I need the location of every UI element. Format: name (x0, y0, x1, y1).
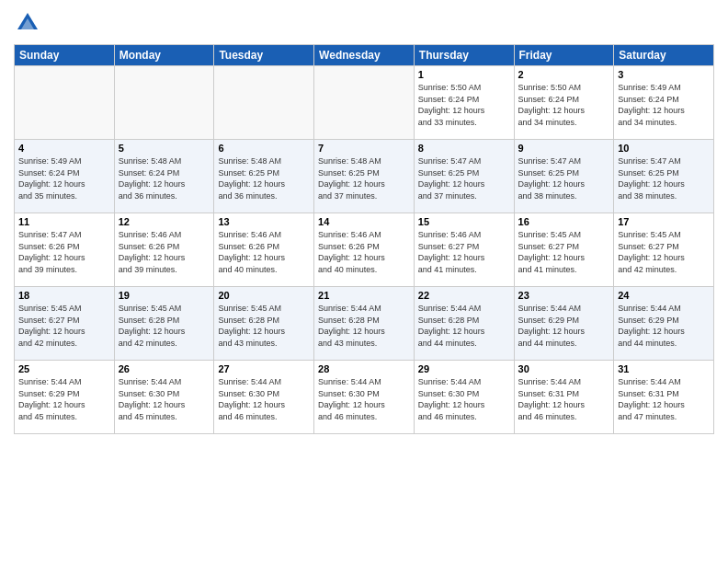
calendar-header-friday: Friday (514, 45, 614, 66)
calendar-week-3: 11Sunrise: 5:47 AM Sunset: 6:26 PM Dayli… (15, 213, 714, 287)
day-number: 7 (318, 143, 410, 154)
day-number: 2 (518, 69, 610, 80)
day-number: 9 (518, 143, 610, 154)
calendar-cell: 14Sunrise: 5:46 AM Sunset: 6:26 PM Dayli… (314, 213, 415, 287)
day-info: Sunrise: 5:47 AM Sunset: 6:26 PM Dayligh… (18, 229, 110, 275)
day-number: 26 (119, 363, 210, 374)
day-number: 24 (618, 290, 710, 301)
day-number: 25 (18, 363, 110, 374)
day-number: 15 (418, 216, 510, 227)
day-number: 6 (218, 143, 310, 154)
day-number: 18 (18, 290, 110, 301)
calendar-cell: 22Sunrise: 5:44 AM Sunset: 6:28 PM Dayli… (414, 287, 514, 361)
day-info: Sunrise: 5:48 AM Sunset: 6:24 PM Dayligh… (119, 155, 210, 201)
day-info: Sunrise: 5:47 AM Sunset: 6:25 PM Dayligh… (418, 155, 510, 201)
calendar-cell: 31Sunrise: 5:44 AM Sunset: 6:31 PM Dayli… (614, 361, 714, 434)
day-info: Sunrise: 5:45 AM Sunset: 6:28 PM Dayligh… (119, 303, 210, 349)
calendar-cell: 11Sunrise: 5:47 AM Sunset: 6:26 PM Dayli… (15, 213, 115, 287)
day-number: 19 (119, 290, 210, 301)
calendar-cell: 7Sunrise: 5:48 AM Sunset: 6:25 PM Daylig… (314, 140, 415, 213)
day-info: Sunrise: 5:49 AM Sunset: 6:24 PM Dayligh… (618, 82, 710, 128)
logo-icon (14, 9, 41, 37)
calendar-cell (15, 66, 115, 140)
day-info: Sunrise: 5:44 AM Sunset: 6:31 PM Dayligh… (618, 376, 710, 422)
calendar-cell: 5Sunrise: 5:48 AM Sunset: 6:24 PM Daylig… (114, 140, 214, 213)
calendar-header-saturday: Saturday (614, 45, 714, 66)
day-info: Sunrise: 5:47 AM Sunset: 6:25 PM Dayligh… (518, 155, 610, 201)
day-number: 3 (618, 69, 710, 80)
calendar-header-row: SundayMondayTuesdayWednesdayThursdayFrid… (15, 45, 714, 66)
day-number: 14 (318, 216, 410, 227)
day-info: Sunrise: 5:46 AM Sunset: 6:26 PM Dayligh… (119, 229, 210, 275)
day-info: Sunrise: 5:44 AM Sunset: 6:28 PM Dayligh… (318, 303, 410, 349)
calendar-cell: 19Sunrise: 5:45 AM Sunset: 6:28 PM Dayli… (114, 287, 214, 361)
calendar-cell: 17Sunrise: 5:45 AM Sunset: 6:27 PM Dayli… (614, 213, 714, 287)
day-number: 4 (18, 143, 110, 154)
day-info: Sunrise: 5:45 AM Sunset: 6:28 PM Dayligh… (218, 303, 310, 349)
calendar-cell: 6Sunrise: 5:48 AM Sunset: 6:25 PM Daylig… (214, 140, 314, 213)
day-number: 11 (18, 216, 110, 227)
day-info: Sunrise: 5:49 AM Sunset: 6:24 PM Dayligh… (18, 155, 110, 201)
day-number: 17 (618, 216, 710, 227)
day-number: 23 (518, 290, 610, 301)
day-info: Sunrise: 5:45 AM Sunset: 6:27 PM Dayligh… (518, 229, 610, 275)
calendar-cell: 12Sunrise: 5:46 AM Sunset: 6:26 PM Dayli… (114, 213, 214, 287)
day-number: 8 (418, 143, 510, 154)
calendar-cell: 10Sunrise: 5:47 AM Sunset: 6:25 PM Dayli… (614, 140, 714, 213)
calendar-cell: 30Sunrise: 5:44 AM Sunset: 6:31 PM Dayli… (514, 361, 614, 434)
day-number: 30 (518, 363, 610, 374)
day-info: Sunrise: 5:44 AM Sunset: 6:31 PM Dayligh… (518, 376, 610, 422)
day-number: 1 (418, 69, 510, 80)
calendar-cell: 18Sunrise: 5:45 AM Sunset: 6:27 PM Dayli… (15, 287, 115, 361)
day-info: Sunrise: 5:44 AM Sunset: 6:29 PM Dayligh… (518, 303, 610, 349)
calendar-cell: 8Sunrise: 5:47 AM Sunset: 6:25 PM Daylig… (414, 140, 514, 213)
calendar-header-wednesday: Wednesday (314, 45, 415, 66)
day-number: 29 (418, 363, 510, 374)
calendar-cell: 9Sunrise: 5:47 AM Sunset: 6:25 PM Daylig… (514, 140, 614, 213)
calendar-cell: 13Sunrise: 5:46 AM Sunset: 6:26 PM Dayli… (214, 213, 314, 287)
day-info: Sunrise: 5:46 AM Sunset: 6:26 PM Dayligh… (318, 229, 410, 275)
day-info: Sunrise: 5:44 AM Sunset: 6:30 PM Dayligh… (418, 376, 510, 422)
calendar-cell: 4Sunrise: 5:49 AM Sunset: 6:24 PM Daylig… (15, 140, 115, 213)
calendar-cell (214, 66, 314, 140)
day-info: Sunrise: 5:48 AM Sunset: 6:25 PM Dayligh… (318, 155, 410, 201)
day-info: Sunrise: 5:45 AM Sunset: 6:27 PM Dayligh… (18, 303, 110, 349)
calendar-cell: 15Sunrise: 5:46 AM Sunset: 6:27 PM Dayli… (414, 213, 514, 287)
calendar-header-tuesday: Tuesday (214, 45, 314, 66)
calendar-header-thursday: Thursday (414, 45, 514, 66)
calendar-cell: 27Sunrise: 5:44 AM Sunset: 6:30 PM Dayli… (214, 361, 314, 434)
day-number: 28 (318, 363, 410, 374)
calendar-week-5: 25Sunrise: 5:44 AM Sunset: 6:29 PM Dayli… (15, 361, 714, 434)
day-number: 16 (518, 216, 610, 227)
day-number: 13 (218, 216, 310, 227)
day-info: Sunrise: 5:44 AM Sunset: 6:28 PM Dayligh… (418, 303, 510, 349)
day-number: 12 (119, 216, 210, 227)
calendar-cell: 28Sunrise: 5:44 AM Sunset: 6:30 PM Dayli… (314, 361, 415, 434)
logo (14, 9, 45, 37)
page: SundayMondayTuesdayWednesdayThursdayFrid… (0, 0, 728, 563)
calendar-week-4: 18Sunrise: 5:45 AM Sunset: 6:27 PM Dayli… (15, 287, 714, 361)
calendar-cell: 23Sunrise: 5:44 AM Sunset: 6:29 PM Dayli… (514, 287, 614, 361)
day-number: 10 (618, 143, 710, 154)
day-number: 22 (418, 290, 510, 301)
calendar-cell: 20Sunrise: 5:45 AM Sunset: 6:28 PM Dayli… (214, 287, 314, 361)
day-number: 27 (218, 363, 310, 374)
calendar: SundayMondayTuesdayWednesdayThursdayFrid… (14, 44, 714, 434)
header (14, 9, 714, 37)
calendar-week-2: 4Sunrise: 5:49 AM Sunset: 6:24 PM Daylig… (15, 140, 714, 213)
calendar-cell: 25Sunrise: 5:44 AM Sunset: 6:29 PM Dayli… (15, 361, 115, 434)
day-info: Sunrise: 5:44 AM Sunset: 6:30 PM Dayligh… (318, 376, 410, 422)
calendar-header-sunday: Sunday (15, 45, 115, 66)
calendar-cell (314, 66, 415, 140)
day-info: Sunrise: 5:50 AM Sunset: 6:24 PM Dayligh… (418, 82, 510, 128)
day-number: 31 (618, 363, 710, 374)
day-number: 20 (218, 290, 310, 301)
calendar-week-1: 1Sunrise: 5:50 AM Sunset: 6:24 PM Daylig… (15, 66, 714, 140)
calendar-cell: 29Sunrise: 5:44 AM Sunset: 6:30 PM Dayli… (414, 361, 514, 434)
day-info: Sunrise: 5:44 AM Sunset: 6:30 PM Dayligh… (218, 376, 310, 422)
calendar-cell: 16Sunrise: 5:45 AM Sunset: 6:27 PM Dayli… (514, 213, 614, 287)
calendar-cell: 3Sunrise: 5:49 AM Sunset: 6:24 PM Daylig… (614, 66, 714, 140)
calendar-cell: 21Sunrise: 5:44 AM Sunset: 6:28 PM Dayli… (314, 287, 415, 361)
calendar-cell: 24Sunrise: 5:44 AM Sunset: 6:29 PM Dayli… (614, 287, 714, 361)
calendar-header-monday: Monday (114, 45, 214, 66)
